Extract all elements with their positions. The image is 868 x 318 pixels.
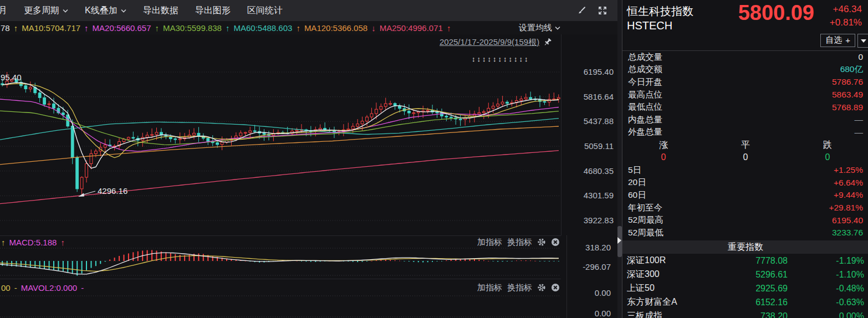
index-name: 恒生科技指数 xyxy=(627,4,693,19)
ma-value-token: ↑ xyxy=(84,23,89,33)
volume-axis-top: 0.00 xyxy=(561,288,611,298)
volume-panel[interactable]: 00-MAVOL2:0.000- 加指标 换指标 xyxy=(0,279,561,318)
stat-row: 外盘总量— xyxy=(628,126,863,139)
mavol-value-token: MAVOL2:0.000 xyxy=(21,283,77,293)
index-row[interactable]: 深证3005296.61-1.10% xyxy=(627,268,864,281)
toolbar-item-0[interactable]: 月 xyxy=(0,5,7,17)
period-row: 60日+9.44% xyxy=(628,189,863,202)
stat-row-value: 680亿 xyxy=(840,64,863,75)
period-row-value: 6195.40 xyxy=(832,216,863,225)
ma-values-bar: 78↑MA10:5704.717↑MA20:5660.657↑MA30:5599… xyxy=(0,21,622,34)
toolbar-item-2[interactable]: K线叠加 xyxy=(85,5,126,17)
draw-brush-icon[interactable] xyxy=(577,6,586,16)
close-icon[interactable] xyxy=(551,238,560,247)
ma-value-token: MA20:5660.657 xyxy=(93,23,151,33)
macd-value-token: ↑ xyxy=(1,238,6,247)
toolbar-item-1[interactable]: 更多周期 xyxy=(24,5,68,17)
toolbar-item-label: 月 xyxy=(0,5,7,17)
price-axis-label: 5437.88 xyxy=(564,116,614,126)
stat-row-value: — xyxy=(855,127,864,137)
price-change-percent: +0.81% xyxy=(830,17,862,28)
toolbar-item-label: 区间统计 xyxy=(247,5,283,17)
toolbar-item-label: 导出数据 xyxy=(143,5,178,17)
toolbar-item-label: 更多周期 xyxy=(24,5,59,17)
stat-row: 今日开盘5786.76 xyxy=(628,76,863,89)
switch-indicator-button[interactable]: 换指标 xyxy=(507,283,532,293)
ma-value-token: ↑ xyxy=(155,23,160,33)
add-indicator-button[interactable]: 加指标 xyxy=(477,283,502,293)
quote-header: 恒生科技指数 HSTECH 5800.09 +46.34 +0.81% 自选+ xyxy=(622,0,868,51)
period-row-label: 年初至今 xyxy=(628,202,662,214)
index-code: HSTECH xyxy=(627,19,672,32)
macd-value-token: MACD:5.188 xyxy=(9,238,57,247)
watchlist-dropdown-button[interactable] xyxy=(857,34,868,48)
panel-resize-handle[interactable]: ↕↕↕↕↕↕↕↕↕↕↕ xyxy=(472,55,530,63)
stat-row: 最低点位5768.89 xyxy=(628,101,863,114)
collapse-panel-arrow-icon[interactable] xyxy=(617,237,621,244)
ma-settings-button[interactable]: 设置均线 xyxy=(519,23,560,33)
ma-value-token: ↑ xyxy=(296,23,300,33)
index-row[interactable]: 东方财富全A6152.16-0.63% xyxy=(627,295,864,309)
ma-value-token: MA60:5488.603 xyxy=(233,23,292,33)
switch-indicator-button[interactable]: 换指标 xyxy=(507,237,532,248)
stat-row-label: 外盘总量 xyxy=(628,126,662,138)
period-row: 52周最低3233.76 xyxy=(628,227,863,239)
add-watchlist-button[interactable]: 自选+ xyxy=(820,34,855,47)
period-row-label: 20日 xyxy=(628,177,646,188)
price-axis: 6195.405816.645437.885059.114680.354301.… xyxy=(561,34,618,235)
period-row-value: +1.25% xyxy=(834,165,863,175)
date-range-label[interactable]: 2025/1/17-2025/9/9(159根) xyxy=(440,37,539,48)
quote-stats: 总成交量0总成交额680亿今日开盘5786.76最高点位5863.49最低点位5… xyxy=(628,51,863,139)
fullscreen-expand-icon[interactable] xyxy=(598,6,607,16)
period-row-value: +6.64% xyxy=(834,178,863,188)
last-price: 5800.09 xyxy=(738,1,814,25)
main-chart[interactable]: 95.404296.16 xyxy=(0,34,561,235)
toolbar-item-5[interactable]: 区间统计 xyxy=(247,5,283,17)
svg-text:95.40: 95.40 xyxy=(1,73,22,82)
mavol-value-token: - xyxy=(14,283,17,293)
stat-row-value: 5863.49 xyxy=(832,90,863,100)
add-indicator-button[interactable]: 加指标 xyxy=(477,237,502,248)
close-icon[interactable] xyxy=(551,283,560,292)
toolbar-item-4[interactable]: 导出图形 xyxy=(195,5,231,17)
stat-row-label: 最高点位 xyxy=(628,89,662,101)
stat-row-label: 总成交量 xyxy=(628,52,662,63)
ma-value-token: ↑ xyxy=(226,23,230,33)
period-row: 20日+6.64% xyxy=(628,177,863,189)
toolbar: 月更多周期K线叠加导出数据导出图形区间统计 xyxy=(0,0,622,22)
ma-value-token: MA250:4996.071 xyxy=(380,23,443,33)
toolbar-item-3[interactable]: 导出数据 xyxy=(143,5,178,17)
index-row[interactable]: 上证502925.69-0.48% xyxy=(627,281,864,295)
advdec-col: 跌0 xyxy=(787,139,868,164)
pin-icon[interactable] xyxy=(543,38,552,47)
stat-row-label: 今日开盘 xyxy=(628,76,662,88)
macd-panel[interactable]: ↑MACD:5.188↑ 加指标 换指标 xyxy=(0,235,561,279)
chevron-down-icon xyxy=(555,26,560,30)
important-indices-header: 重要指数 xyxy=(622,240,868,254)
ma-value-token: MA10:5704.717 xyxy=(22,23,80,33)
toolbar-item-label: 导出图形 xyxy=(195,5,231,17)
price-axis-label: 5816.64 xyxy=(564,92,614,102)
stat-row: 总成交量0 xyxy=(628,51,863,64)
period-row-value: +29.81% xyxy=(829,203,863,213)
date-range-link[interactable]: 2025/1/17-2025/9/9(159根) xyxy=(440,37,552,48)
stat-row-value: 5786.76 xyxy=(832,77,863,87)
price-change: +46.34 xyxy=(833,4,862,15)
gear-icon[interactable] xyxy=(537,283,546,292)
period-row-label: 52周最低 xyxy=(628,227,663,239)
chevron-down-icon xyxy=(121,9,126,13)
index-row[interactable]: 三板成指738.200.00% xyxy=(627,309,864,318)
period-performance: 5日+1.25%20日+6.64%60日+9.44%年初至今+29.81%52周… xyxy=(628,164,863,239)
trading-app-window: 月更多周期K线叠加导出数据导出图形区间统计 78↑MA10:5704.717↑M… xyxy=(0,0,868,318)
index-row[interactable]: 深证100R7778.08-1.19% xyxy=(627,254,864,268)
mavol-value-token: 00 xyxy=(1,283,11,293)
stat-row: 最高点位5863.49 xyxy=(628,89,863,101)
gear-icon[interactable] xyxy=(537,238,546,247)
ma-value-token: ↑ xyxy=(14,23,18,33)
price-axis-label: 4301.59 xyxy=(564,191,614,201)
period-row: 年初至今+29.81% xyxy=(628,202,863,214)
period-row-label: 52周最高 xyxy=(628,214,663,226)
volume-axis-bottom: 0.00 xyxy=(561,309,611,318)
ma-value-token: MA30:5599.838 xyxy=(163,23,222,33)
chart-side-scrollbar[interactable] xyxy=(617,0,622,318)
